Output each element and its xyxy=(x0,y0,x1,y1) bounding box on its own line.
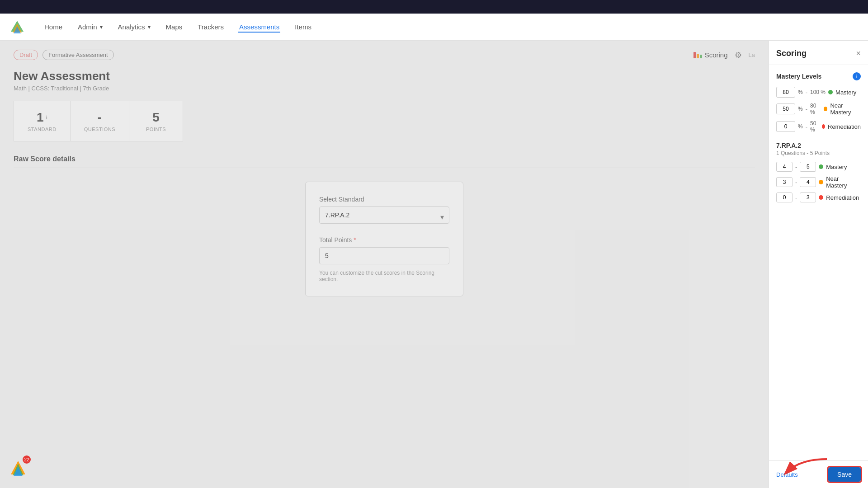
standard-level-row-1: - Near Mastery xyxy=(776,175,861,189)
standard-code: 7.RP.A.2 xyxy=(776,142,861,149)
mastery-dot-red-2 xyxy=(822,124,825,129)
select-standard-label: Select Standard xyxy=(319,196,449,203)
draft-badge[interactable]: Draft xyxy=(14,50,38,60)
nav-admin[interactable]: Admin xyxy=(77,21,104,33)
stat-card-questions: - QUESTIONS xyxy=(70,101,129,141)
standard-min-input-0[interactable] xyxy=(776,162,793,172)
mastery-name-0: Mastery xyxy=(835,89,856,96)
la-text: La xyxy=(749,52,755,58)
std-sep-1: - xyxy=(795,179,797,186)
std-sep-0: - xyxy=(795,164,797,170)
stat-questions-label: QUESTIONS xyxy=(84,127,115,132)
notification-badge: 22 xyxy=(23,455,31,464)
close-panel-button[interactable]: × xyxy=(856,49,861,58)
standard-max-input-1[interactable] xyxy=(800,177,816,187)
scoring-label: Scoring xyxy=(705,51,728,59)
stat-info-icon[interactable]: ℹ xyxy=(46,115,47,121)
mastery-pct-2: % xyxy=(798,123,803,130)
mastery-pct-0: % xyxy=(798,89,803,95)
scoring-panel: Scoring × Mastery Levels i % - 100 % Mas… xyxy=(769,41,868,488)
top-bar xyxy=(0,0,868,14)
standard-max-input-2[interactable] xyxy=(800,192,816,202)
form-card: Select Standard 7.RP.A.2 ▾ Total Points … xyxy=(305,182,463,296)
content-area: Draft Formative Assessment Scoring ⚙ La … xyxy=(0,41,769,488)
panel-body: Mastery Levels i % - 100 % Mastery % - 8… xyxy=(769,65,868,460)
app-logo xyxy=(9,19,25,35)
standard-min-input-1[interactable] xyxy=(776,177,793,187)
mastery-level-row-1: % - 80 % Near Mastery xyxy=(776,102,861,116)
formative-badge[interactable]: Formative Assessment xyxy=(42,50,114,60)
mastery-max-2: 50 % xyxy=(810,120,819,133)
nav-items[interactable]: Items xyxy=(294,21,312,33)
std-name-0: Mastery xyxy=(826,164,847,170)
mastery-level-row-2: % - 50 % Remediation xyxy=(776,120,861,133)
raw-score-title: Raw Score details xyxy=(14,155,755,168)
stats-row: 1 ℹ STANDARD - QUESTIONS 5 POINTS xyxy=(14,101,755,141)
mastery-min-input-1[interactable] xyxy=(776,103,795,114)
status-right: Scoring ⚙ La xyxy=(693,50,755,60)
stat-standard-label: STANDARD xyxy=(28,127,57,132)
navbar: Home Admin Analytics Maps Trackers Asses… xyxy=(0,14,868,41)
assessment-title: New Assessment xyxy=(14,69,755,83)
nav-analytics[interactable]: Analytics xyxy=(117,21,151,33)
stat-questions-value: - xyxy=(84,110,115,125)
nav-assessments[interactable]: Assessments xyxy=(238,21,280,33)
select-standard-input[interactable]: 7.RP.A.2 xyxy=(319,206,449,224)
status-left: Draft Formative Assessment xyxy=(14,50,114,60)
panel-header: Scoring × xyxy=(769,41,868,65)
std-dot-green-0 xyxy=(819,164,823,169)
stat-card-standard: 1 ℹ STANDARD xyxy=(14,101,70,141)
mastery-dot-green-0 xyxy=(828,90,833,94)
mastery-name-1: Near Mastery xyxy=(830,102,861,116)
mastery-pct-1: % xyxy=(798,106,803,112)
std-dot-orange-1 xyxy=(819,180,823,184)
standard-level-row-2: - Remediation xyxy=(776,192,861,202)
mastery-info-icon[interactable]: i xyxy=(853,72,861,80)
stat-standard-value: 1 xyxy=(37,110,44,125)
standard-max-input-0[interactable] xyxy=(800,162,816,172)
mastery-levels-title: Mastery Levels xyxy=(776,73,821,80)
total-points-input[interactable] xyxy=(319,247,449,264)
std-name-1: Near Mastery xyxy=(826,175,861,189)
mastery-name-2: Remediation xyxy=(828,123,861,130)
standard-sub: 1 Questions - 5 Points xyxy=(776,150,861,156)
gear-icon[interactable]: ⚙ xyxy=(735,50,742,60)
mastery-dot-orange-1 xyxy=(824,107,828,111)
defaults-link[interactable]: Defaults xyxy=(776,471,798,478)
std-name-2: Remediation xyxy=(826,194,859,201)
std-dot-red-2 xyxy=(819,195,823,200)
mastery-level-row-0: % - 100 % Mastery xyxy=(776,87,861,98)
form-hint: You can customize the cut scores in the … xyxy=(319,270,449,282)
std-sep-2: - xyxy=(795,194,797,201)
mastery-sep-1: - xyxy=(806,106,807,113)
required-asterisk: * xyxy=(352,236,356,244)
mastery-sep-0: - xyxy=(806,89,807,96)
standard-level-row-0: - Mastery xyxy=(776,162,861,172)
stat-points-label: POINTS xyxy=(143,127,169,132)
nav-home[interactable]: Home xyxy=(43,21,63,33)
nav-maps[interactable]: Maps xyxy=(165,21,184,33)
mastery-max-1: 80 % xyxy=(810,103,821,115)
mastery-levels-header: Mastery Levels i xyxy=(776,72,861,80)
standard-min-input-2[interactable] xyxy=(776,192,793,202)
nav-trackers[interactable]: Trackers xyxy=(197,21,225,33)
select-standard-wrapper: 7.RP.A.2 ▾ xyxy=(319,206,449,227)
standard-section: 7.RP.A.2 1 Questions - 5 Points - Master… xyxy=(776,142,861,202)
save-button[interactable]: Save xyxy=(828,467,861,482)
assessment-meta: Math | CCSS: Traditional | 7th Grade xyxy=(14,85,755,92)
panel-footer: Defaults Save xyxy=(769,460,868,488)
panel-title: Scoring xyxy=(776,49,807,58)
mastery-min-input-2[interactable] xyxy=(776,121,795,132)
mastery-max-0: 100 % xyxy=(810,89,826,95)
status-bar: Draft Formative Assessment Scoring ⚙ La xyxy=(14,50,755,60)
bottom-logo: 22 xyxy=(9,459,27,479)
stat-card-points: 5 POINTS xyxy=(129,101,183,141)
stat-points-value: 5 xyxy=(143,110,169,125)
main-wrapper: Draft Formative Assessment Scoring ⚙ La … xyxy=(0,41,868,488)
scoring-button[interactable]: Scoring xyxy=(693,51,728,59)
mastery-min-input-0[interactable] xyxy=(776,87,795,98)
total-points-label: Total Points * xyxy=(319,236,449,244)
mastery-sep-2: - xyxy=(806,123,807,130)
scoring-icon xyxy=(693,52,702,58)
